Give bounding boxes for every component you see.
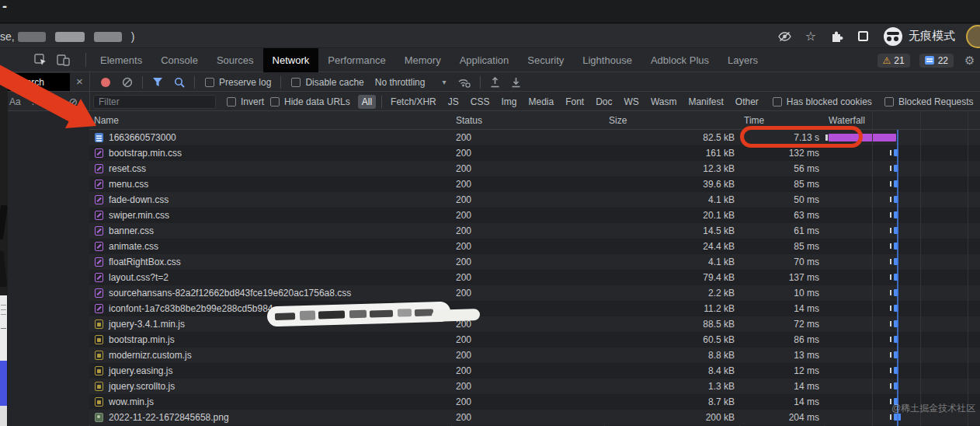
table-row[interactable]: menu.css20039.6 kB85 ms — [89, 176, 980, 192]
waterfall-cell[interactable] — [824, 332, 980, 347]
blocked-requests-checkbox[interactable] — [884, 97, 894, 106]
column-header-status[interactable]: Status — [451, 115, 604, 126]
filter-type-fetch-xhr[interactable]: Fetch/XHR — [387, 95, 440, 109]
status-cell: 200 — [451, 132, 604, 143]
record-button[interactable] — [101, 78, 110, 87]
search-icon[interactable] — [174, 77, 185, 88]
column-header-waterfall[interactable]: Waterfall — [824, 115, 980, 126]
waterfall-cell[interactable] — [824, 363, 980, 379]
search-drawer-tab[interactable]: Search — [8, 73, 70, 91]
waterfall-cell[interactable] — [824, 208, 980, 223]
address-bar[interactable]: se, ) — [0, 29, 137, 44]
devtools-tab-memory[interactable]: Memory — [395, 48, 450, 72]
warning-badge[interactable]: ⚠ 21 — [877, 54, 910, 68]
filter-type-doc[interactable]: Doc — [592, 95, 616, 109]
devtools-tab-sources[interactable]: Sources — [207, 48, 263, 72]
waterfall-cell[interactable] — [824, 161, 980, 176]
devtools-tab-security[interactable]: Security — [518, 48, 573, 72]
device-toolbar-icon[interactable] — [57, 54, 70, 66]
invert-checkbox[interactable] — [227, 97, 236, 106]
waterfall-cell[interactable] — [824, 301, 980, 316]
filter-type-all[interactable]: All — [358, 95, 376, 109]
bookmark-star-icon[interactable]: ☆ — [805, 30, 816, 43]
table-row[interactable]: fade-down.css2004.1 kB50 ms — [89, 192, 980, 208]
column-header-time[interactable]: Time — [739, 115, 824, 126]
table-row[interactable]: jquery.easing.js2008.4 kB12 ms — [89, 363, 980, 379]
table-row[interactable]: floatRightBox.css2004.1 kB70 ms — [89, 254, 980, 270]
table-row[interactable]: reset.css20012.3 kB56 ms — [89, 161, 980, 176]
column-header-name[interactable]: Name — [89, 115, 451, 126]
throttling-select[interactable]: No throttling — [375, 77, 426, 88]
side-panel-icon[interactable] — [858, 31, 868, 41]
devtools-tab-performance[interactable]: Performance — [318, 48, 394, 72]
import-har-icon[interactable] — [490, 77, 500, 88]
table-row[interactable]: wow.min.js2008.7 kB14 ms — [89, 394, 980, 410]
refresh-icon[interactable]: ↻ — [49, 96, 58, 108]
waterfall-cell[interactable] — [824, 145, 980, 161]
filter-type-ws[interactable]: WS — [620, 95, 643, 109]
table-row[interactable]: layout.css?t=220079.4 kB137 ms — [89, 270, 980, 285]
network-conditions-icon[interactable] — [457, 77, 471, 88]
filter-type-manifest[interactable]: Manifest — [684, 95, 727, 109]
settings-gear-icon[interactable]: ⚙ — [964, 54, 975, 68]
devtools-tab-application[interactable]: Application — [450, 48, 519, 72]
export-har-icon[interactable] — [511, 77, 521, 88]
waterfall-tick — [890, 352, 891, 358]
filter-type-js[interactable]: JS — [444, 95, 463, 109]
table-row[interactable]: jquery-3.4.1.min.js20088.5 kB72 ms — [89, 316, 980, 332]
regex-icon[interactable]: .* — [32, 96, 38, 107]
table-row[interactable]: jquery.scrollto.js2001.3 kB14 ms — [89, 379, 980, 394]
devtools-tab-layers[interactable]: Layers — [718, 48, 767, 72]
extensions-puzzle-icon[interactable] — [830, 30, 843, 43]
table-row[interactable]: 2022-11-22-1672845658.png200200 kB204 ms — [89, 410, 980, 425]
waterfall-cell[interactable] — [824, 176, 980, 192]
table-row[interactable]: swiper.min.css20020.1 kB63 ms — [89, 208, 980, 223]
match-case-icon[interactable]: Aa — [9, 96, 21, 107]
filter-type-wasm[interactable]: Wasm — [647, 95, 681, 109]
clear-icon[interactable] — [122, 77, 133, 88]
table-row[interactable]: bootstrap.min.js20060.5 kB86 ms — [89, 332, 980, 347]
close-search-icon[interactable]: × — [76, 75, 83, 88]
time-cell: 70 ms — [739, 257, 824, 267]
waterfall-cell[interactable] — [824, 254, 980, 270]
filter-type-other[interactable]: Other — [732, 95, 763, 109]
devtools-tab-adblock-plus[interactable]: Adblock Plus — [641, 48, 718, 72]
waterfall-cell[interactable] — [824, 223, 980, 239]
has-blocked-cookies-checkbox[interactable] — [773, 97, 782, 106]
table-row[interactable]: animate.css20024.4 kB85 ms — [89, 239, 980, 254]
inspect-cursor-icon[interactable] — [34, 54, 47, 66]
disable-cache-checkbox[interactable] — [291, 78, 301, 87]
time-cell: 86 ms — [739, 334, 824, 345]
devtools-tab-network[interactable]: Network — [263, 48, 319, 72]
table-row[interactable]: modernizr.custom.js2008.8 kB13 ms — [89, 347, 980, 363]
hide-data-urls-checkbox[interactable] — [270, 97, 280, 106]
filter-type-font[interactable]: Font — [561, 95, 588, 109]
waterfall-cell[interactable] — [824, 239, 980, 254]
waterfall-cell[interactable] — [824, 270, 980, 285]
table-row[interactable]: sourcehansans-82a2f12662bd843fce19e620ac… — [89, 285, 980, 301]
table-row[interactable]: bootstrap.min.css200161 kB132 ms — [89, 145, 980, 161]
filter-type-media[interactable]: Media — [524, 95, 558, 109]
clear-search-icon[interactable]: ⊘ — [68, 96, 78, 108]
avatar[interactable] — [966, 25, 980, 48]
devtools-tab-lighthouse[interactable]: Lighthouse — [573, 48, 641, 72]
devtools-tab-elements[interactable]: Elements — [91, 48, 151, 72]
filter-input[interactable] — [93, 95, 216, 109]
table-row[interactable]: iconfont-1a7c83b8be2b99e288cd5b98411.2 k… — [89, 301, 980, 316]
waterfall-cell[interactable] — [824, 316, 980, 332]
filter-funnel-icon[interactable] — [152, 77, 163, 87]
eye-off-icon[interactable] — [778, 31, 791, 42]
column-header-size[interactable]: Size — [604, 115, 739, 126]
devtools-tab-console[interactable]: Console — [151, 48, 207, 72]
waterfall-cell[interactable] — [824, 192, 980, 208]
time-cell: 132 ms — [739, 148, 824, 159]
waterfall-cell[interactable] — [824, 379, 980, 394]
filter-type-css[interactable]: CSS — [467, 95, 494, 109]
issues-badge[interactable]: 22 — [919, 54, 954, 68]
waterfall-cell[interactable] — [824, 285, 980, 301]
filter-type-img[interactable]: Img — [497, 95, 520, 109]
chevron-down-icon[interactable]: ▾ — [442, 78, 446, 86]
table-row[interactable]: banner.css20014.5 kB61 ms — [89, 223, 980, 239]
waterfall-cell[interactable] — [824, 347, 980, 363]
preserve-log-checkbox[interactable] — [205, 78, 214, 87]
